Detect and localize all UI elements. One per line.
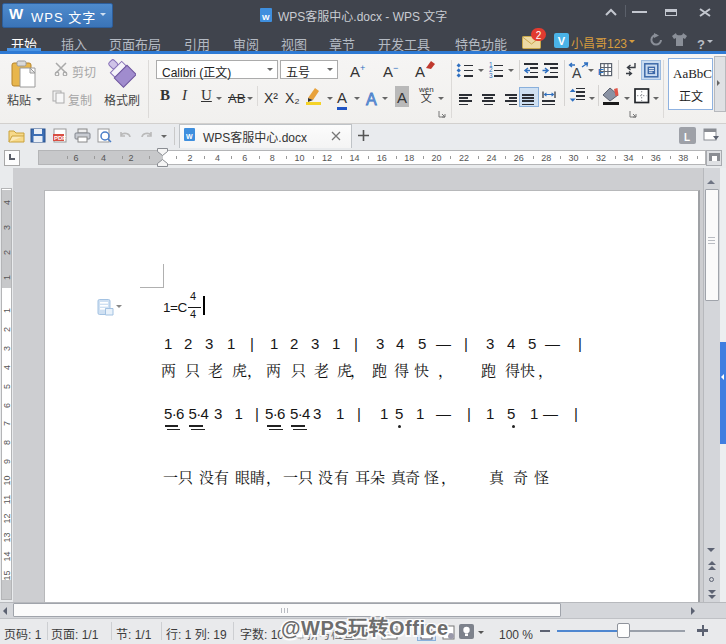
svg-text:F: F	[598, 67, 604, 77]
svg-text:PDF: PDF	[54, 133, 66, 142]
